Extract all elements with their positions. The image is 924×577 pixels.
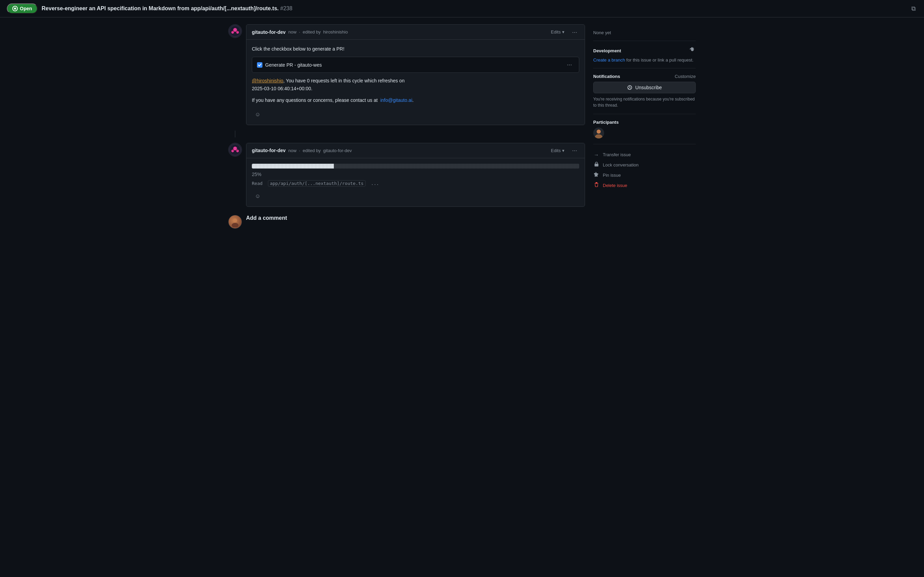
- comment-card-2: gitauto-for-dev now · edited by gitauto-…: [246, 143, 585, 207]
- progress-label: 25%: [252, 171, 579, 178]
- contact-email-link[interactable]: info@gitauto.ai: [380, 97, 412, 103]
- header-bar: Open Reverse-engineer an API specificati…: [0, 0, 924, 18]
- trash-icon: [593, 182, 599, 189]
- issue-number: #238: [280, 5, 293, 11]
- sidebar-notifications-title: Notifications Customize: [593, 74, 696, 79]
- sidebar-development: Development Create a branch for this iss…: [593, 41, 696, 68]
- task-label: Generate PR - gitauto-wes: [265, 61, 562, 69]
- lock-icon: [593, 162, 599, 168]
- sidebar-actions: → Transfer issue Lock conversation Pin i…: [593, 144, 696, 196]
- development-label: Development: [593, 48, 621, 53]
- sidebar-notifications: Notifications Customize Unsubscribe You'…: [593, 68, 696, 114]
- sidebar-participants: Participants: [593, 114, 696, 144]
- comment-meta-1: now · edited by hiroshinishio: [288, 29, 348, 34]
- transfer-issue-button[interactable]: → Transfer issue: [593, 150, 696, 160]
- more-options-button-2[interactable]: ···: [570, 147, 579, 154]
- create-branch-link[interactable]: Create a branch: [593, 57, 625, 63]
- participants-label: Participants: [593, 120, 618, 125]
- avatar-human: [228, 215, 242, 229]
- issue-title-text: Reverse-engineer an API specification in…: [42, 5, 279, 11]
- body-line1: Click the checkbox below to generate a P…: [252, 45, 579, 53]
- add-comment-row: Add a comment: [228, 215, 585, 229]
- avatar-gitauto-1: [228, 24, 242, 38]
- issue-title: Reverse-engineer an API specification in…: [42, 5, 906, 11]
- timeline-connector-1: [235, 131, 235, 137]
- edits-button-2[interactable]: Edits ▾: [548, 147, 567, 155]
- task-checkbox[interactable]: [257, 62, 262, 68]
- comment-row-2: gitauto-for-dev now · edited by gitauto-…: [228, 143, 585, 207]
- edits-button-1[interactable]: Edits ▾: [548, 28, 567, 36]
- open-icon: [12, 6, 18, 11]
- transfer-icon: →: [593, 152, 599, 158]
- progress-bar-inner: [252, 164, 334, 169]
- copy-button[interactable]: ⧉: [910, 4, 917, 14]
- main-layout: gitauto-for-dev now · edited by hiroshin…: [223, 18, 701, 235]
- pin-icon: [593, 172, 599, 178]
- participant-avatar-1[interactable]: [593, 127, 604, 139]
- open-label: Open: [20, 6, 32, 11]
- svg-point-15: [595, 134, 602, 139]
- svg-point-13: [232, 223, 238, 227]
- read-line: Read app/api/auth/[...nextauth]/route.ts…: [252, 180, 579, 187]
- body-mention-line: @hiroshinishio, You have 0 requests left…: [252, 77, 579, 92]
- svg-point-14: [597, 129, 601, 134]
- participants-list: [593, 127, 696, 139]
- delete-issue-button[interactable]: Delete issue: [593, 180, 696, 190]
- sidebar-none-section: None yet: [593, 24, 696, 41]
- comment-author-2: gitauto-for-dev: [252, 148, 286, 153]
- progress-bar-dots: [252, 164, 579, 169]
- task-item: Generate PR - gitauto-wes ···: [252, 57, 579, 73]
- mention-text[interactable]: @hiroshinishio: [252, 78, 283, 84]
- gear-button[interactable]: [689, 47, 696, 55]
- notification-info: You're receiving notifications because y…: [593, 96, 696, 108]
- right-sidebar: None yet Development Create a branch for…: [593, 24, 696, 229]
- comment-body-1: Click the checkbox below to generate a P…: [246, 40, 585, 125]
- unsubscribe-button[interactable]: Unsubscribe: [593, 82, 696, 93]
- customize-link[interactable]: Customize: [675, 74, 696, 79]
- comment-header-1: gitauto-for-dev now · edited by hiroshin…: [246, 24, 585, 40]
- reaction-button-2[interactable]: ☺: [252, 192, 264, 201]
- open-status-badge[interactable]: Open: [7, 3, 38, 14]
- comment-meta-2: now · edited by gitauto-for-dev: [288, 148, 352, 153]
- add-comment-label: Add a comment: [246, 215, 287, 221]
- reaction-button-1[interactable]: ☺: [252, 110, 264, 119]
- progress-section: 25% Read app/api/auth/[...nextauth]/rout…: [252, 164, 579, 190]
- sidebar-participants-title: Participants: [593, 120, 696, 125]
- sidebar-development-title: Development: [593, 47, 696, 55]
- progress-bar-outer: [252, 164, 579, 169]
- create-branch-text: Create a branch for this issue or link a…: [593, 57, 696, 63]
- read-path: app/api/auth/[...nextauth]/route.ts: [268, 180, 365, 187]
- svg-point-12: [233, 218, 237, 222]
- pin-issue-button[interactable]: Pin issue: [593, 170, 696, 180]
- body-contact-line: If you have any questions or concerns, p…: [252, 97, 579, 104]
- comment-body-2: 25% Read app/api/auth/[...nextauth]/rout…: [246, 158, 585, 206]
- lock-conversation-button[interactable]: Lock conversation: [593, 160, 696, 170]
- comment-author-1: gitauto-for-dev: [252, 29, 286, 35]
- task-more-button[interactable]: ···: [565, 61, 574, 69]
- sidebar-none-text: None yet: [593, 30, 611, 35]
- avatar-gitauto-2: [228, 143, 242, 156]
- notifications-label: Notifications: [593, 74, 620, 79]
- comment-header-2: gitauto-for-dev now · edited by gitauto-…: [246, 143, 585, 158]
- comment-row-1: gitauto-for-dev now · edited by hiroshin…: [228, 24, 585, 125]
- left-column: gitauto-for-dev now · edited by hiroshin…: [228, 24, 585, 229]
- more-options-button-1[interactable]: ···: [570, 28, 579, 36]
- comment-card-1: gitauto-for-dev now · edited by hiroshin…: [246, 24, 585, 125]
